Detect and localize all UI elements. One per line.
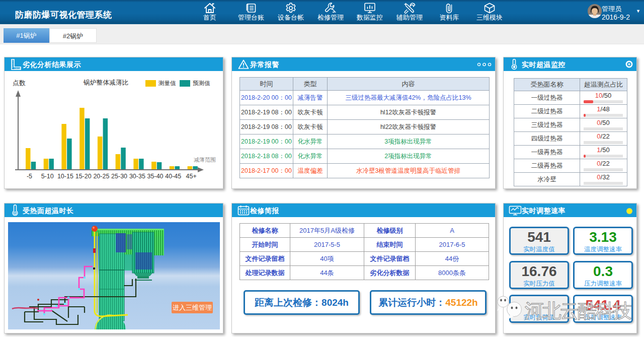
svg-text:河北云酷科技: 河北云酷科技: [525, 300, 631, 321]
svg-text:10-15: 10-15: [57, 173, 73, 180]
svg-text:减薄范围: 减薄范围: [194, 157, 216, 163]
svg-text:20-25: 20-25: [93, 173, 109, 180]
svg-text:40-45: 40-45: [165, 173, 181, 180]
svg-text:锅炉整体减薄比: 锅炉整体减薄比: [83, 79, 129, 86]
svg-text:30-35: 30-35: [129, 173, 145, 180]
svg-text:15-20: 15-20: [75, 173, 92, 180]
svg-text:45+: 45+: [186, 173, 196, 180]
svg-text:35-40: 35-40: [147, 173, 164, 180]
svg-text:5-10: 5-10: [41, 173, 54, 180]
svg-text:25-30: 25-30: [111, 173, 127, 180]
svg-text:-5: -5: [27, 173, 32, 180]
svg-text:点数: 点数: [13, 79, 26, 87]
svg-text:测量值: 测量值: [158, 80, 176, 86]
svg-text:预测值: 预测值: [193, 80, 210, 86]
